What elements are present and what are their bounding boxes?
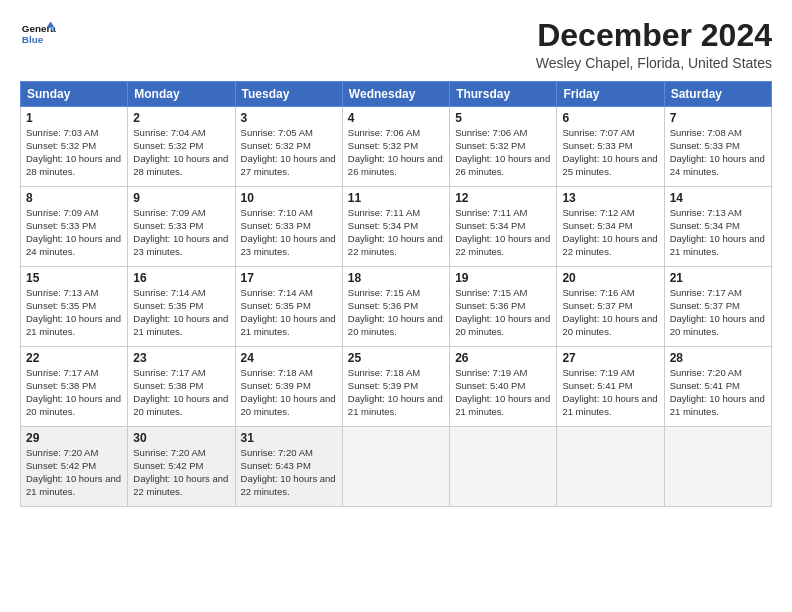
col-sunday: Sunday [21,82,128,107]
calendar-week-row: 22 Sunrise: 7:17 AMSunset: 5:38 PMDaylig… [21,347,772,427]
day-info: Sunrise: 7:17 AMSunset: 5:38 PMDaylight:… [26,367,121,416]
day-number: 23 [133,351,229,365]
day-info: Sunrise: 7:17 AMSunset: 5:38 PMDaylight:… [133,367,228,416]
table-row [664,427,771,507]
day-info: Sunrise: 7:17 AMSunset: 5:37 PMDaylight:… [670,287,765,336]
col-tuesday: Tuesday [235,82,342,107]
day-number: 18 [348,271,444,285]
day-number: 16 [133,271,229,285]
title-block: December 2024 Wesley Chapel, Florida, Un… [536,18,772,71]
col-thursday: Thursday [450,82,557,107]
day-info: Sunrise: 7:19 AMSunset: 5:41 PMDaylight:… [562,367,657,416]
table-row: 12 Sunrise: 7:11 AMSunset: 5:34 PMDaylig… [450,187,557,267]
table-row: 23 Sunrise: 7:17 AMSunset: 5:38 PMDaylig… [128,347,235,427]
day-number: 5 [455,111,551,125]
table-row: 18 Sunrise: 7:15 AMSunset: 5:36 PMDaylig… [342,267,449,347]
day-info: Sunrise: 7:12 AMSunset: 5:34 PMDaylight:… [562,207,657,256]
table-row: 1 Sunrise: 7:03 AMSunset: 5:32 PMDayligh… [21,107,128,187]
table-row: 14 Sunrise: 7:13 AMSunset: 5:34 PMDaylig… [664,187,771,267]
logo: General Blue [20,18,56,54]
day-number: 31 [241,431,337,445]
col-saturday: Saturday [664,82,771,107]
table-row: 17 Sunrise: 7:14 AMSunset: 5:35 PMDaylig… [235,267,342,347]
day-info: Sunrise: 7:13 AMSunset: 5:34 PMDaylight:… [670,207,765,256]
table-row: 27 Sunrise: 7:19 AMSunset: 5:41 PMDaylig… [557,347,664,427]
day-info: Sunrise: 7:09 AMSunset: 5:33 PMDaylight:… [26,207,121,256]
table-row: 30 Sunrise: 7:20 AMSunset: 5:42 PMDaylig… [128,427,235,507]
page-container: General Blue December 2024 Wesley Chapel… [0,0,792,517]
calendar-week-row: 8 Sunrise: 7:09 AMSunset: 5:33 PMDayligh… [21,187,772,267]
day-info: Sunrise: 7:11 AMSunset: 5:34 PMDaylight:… [455,207,550,256]
table-row: 25 Sunrise: 7:18 AMSunset: 5:39 PMDaylig… [342,347,449,427]
col-monday: Monday [128,82,235,107]
calendar-week-row: 29 Sunrise: 7:20 AMSunset: 5:42 PMDaylig… [21,427,772,507]
table-row: 13 Sunrise: 7:12 AMSunset: 5:34 PMDaylig… [557,187,664,267]
calendar-week-row: 15 Sunrise: 7:13 AMSunset: 5:35 PMDaylig… [21,267,772,347]
day-number: 11 [348,191,444,205]
day-number: 3 [241,111,337,125]
day-info: Sunrise: 7:10 AMSunset: 5:33 PMDaylight:… [241,207,336,256]
col-wednesday: Wednesday [342,82,449,107]
day-info: Sunrise: 7:20 AMSunset: 5:42 PMDaylight:… [133,447,228,496]
table-row: 19 Sunrise: 7:15 AMSunset: 5:36 PMDaylig… [450,267,557,347]
table-row: 10 Sunrise: 7:10 AMSunset: 5:33 PMDaylig… [235,187,342,267]
table-row: 3 Sunrise: 7:05 AMSunset: 5:32 PMDayligh… [235,107,342,187]
table-row [557,427,664,507]
day-info: Sunrise: 7:06 AMSunset: 5:32 PMDaylight:… [348,127,443,176]
day-number: 25 [348,351,444,365]
table-row: 28 Sunrise: 7:20 AMSunset: 5:41 PMDaylig… [664,347,771,427]
day-info: Sunrise: 7:14 AMSunset: 5:35 PMDaylight:… [133,287,228,336]
day-number: 30 [133,431,229,445]
day-info: Sunrise: 7:04 AMSunset: 5:32 PMDaylight:… [133,127,228,176]
day-info: Sunrise: 7:11 AMSunset: 5:34 PMDaylight:… [348,207,443,256]
table-row: 8 Sunrise: 7:09 AMSunset: 5:33 PMDayligh… [21,187,128,267]
table-row: 29 Sunrise: 7:20 AMSunset: 5:42 PMDaylig… [21,427,128,507]
day-info: Sunrise: 7:07 AMSunset: 5:33 PMDaylight:… [562,127,657,176]
table-row: 11 Sunrise: 7:11 AMSunset: 5:34 PMDaylig… [342,187,449,267]
day-number: 14 [670,191,766,205]
calendar-table: Sunday Monday Tuesday Wednesday Thursday… [20,81,772,507]
day-number: 21 [670,271,766,285]
day-number: 8 [26,191,122,205]
day-info: Sunrise: 7:18 AMSunset: 5:39 PMDaylight:… [348,367,443,416]
day-info: Sunrise: 7:14 AMSunset: 5:35 PMDaylight:… [241,287,336,336]
table-row: 22 Sunrise: 7:17 AMSunset: 5:38 PMDaylig… [21,347,128,427]
day-number: 19 [455,271,551,285]
calendar-header-row: Sunday Monday Tuesday Wednesday Thursday… [21,82,772,107]
day-number: 17 [241,271,337,285]
table-row: 26 Sunrise: 7:19 AMSunset: 5:40 PMDaylig… [450,347,557,427]
day-info: Sunrise: 7:03 AMSunset: 5:32 PMDaylight:… [26,127,121,176]
table-row [342,427,449,507]
header: General Blue December 2024 Wesley Chapel… [20,18,772,71]
day-number: 12 [455,191,551,205]
day-number: 20 [562,271,658,285]
day-info: Sunrise: 7:08 AMSunset: 5:33 PMDaylight:… [670,127,765,176]
month-title: December 2024 [536,18,772,53]
day-info: Sunrise: 7:18 AMSunset: 5:39 PMDaylight:… [241,367,336,416]
day-number: 26 [455,351,551,365]
day-info: Sunrise: 7:19 AMSunset: 5:40 PMDaylight:… [455,367,550,416]
day-number: 13 [562,191,658,205]
day-number: 10 [241,191,337,205]
table-row: 2 Sunrise: 7:04 AMSunset: 5:32 PMDayligh… [128,107,235,187]
day-info: Sunrise: 7:05 AMSunset: 5:32 PMDaylight:… [241,127,336,176]
day-number: 15 [26,271,122,285]
day-info: Sunrise: 7:16 AMSunset: 5:37 PMDaylight:… [562,287,657,336]
day-info: Sunrise: 7:09 AMSunset: 5:33 PMDaylight:… [133,207,228,256]
table-row: 5 Sunrise: 7:06 AMSunset: 5:32 PMDayligh… [450,107,557,187]
table-row [450,427,557,507]
day-number: 1 [26,111,122,125]
day-info: Sunrise: 7:06 AMSunset: 5:32 PMDaylight:… [455,127,550,176]
day-number: 7 [670,111,766,125]
day-number: 6 [562,111,658,125]
table-row: 6 Sunrise: 7:07 AMSunset: 5:33 PMDayligh… [557,107,664,187]
table-row: 16 Sunrise: 7:14 AMSunset: 5:35 PMDaylig… [128,267,235,347]
day-info: Sunrise: 7:20 AMSunset: 5:41 PMDaylight:… [670,367,765,416]
table-row: 31 Sunrise: 7:20 AMSunset: 5:43 PMDaylig… [235,427,342,507]
day-number: 4 [348,111,444,125]
calendar-week-row: 1 Sunrise: 7:03 AMSunset: 5:32 PMDayligh… [21,107,772,187]
day-number: 27 [562,351,658,365]
day-info: Sunrise: 7:13 AMSunset: 5:35 PMDaylight:… [26,287,121,336]
day-number: 22 [26,351,122,365]
day-info: Sunrise: 7:15 AMSunset: 5:36 PMDaylight:… [455,287,550,336]
